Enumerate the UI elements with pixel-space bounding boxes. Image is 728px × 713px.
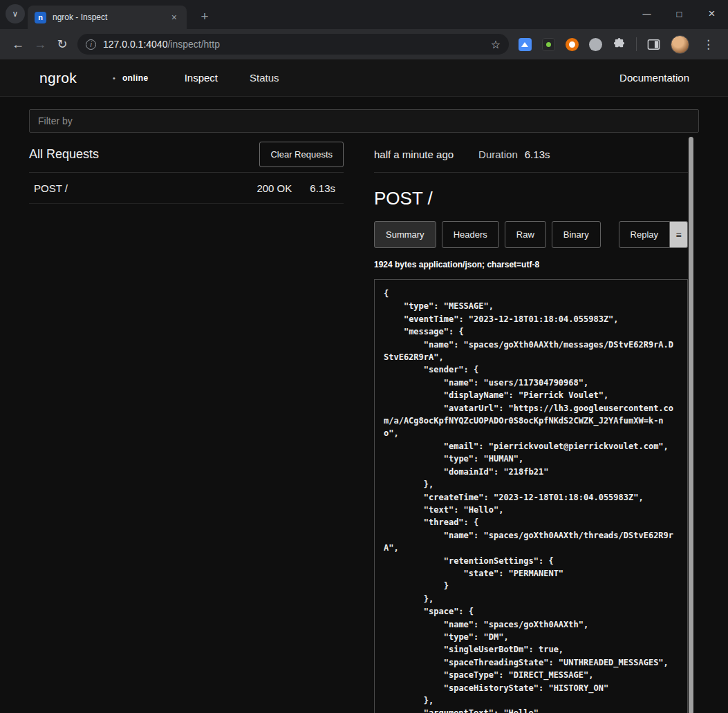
side-panel-icon[interactable] — [647, 38, 660, 51]
url-path: /inspect/http — [167, 39, 220, 50]
tab-strip: ∨ n ngrok - Inspect × + — □ × — [0, 0, 728, 29]
detail-tabs: Summary Headers Raw Binary Replay ≡ — [374, 221, 688, 248]
tab-binary[interactable]: Binary — [552, 221, 601, 248]
extension-icon-orange[interactable] — [566, 38, 579, 51]
reload-icon: ↻ — [57, 37, 67, 52]
address-bar[interactable]: i 127.0.0.1:4040/inspect/http ☆ — [77, 34, 509, 55]
ngrok-header: ngrok • online Inspect Status Documentat… — [0, 59, 728, 97]
toolbar-divider — [636, 37, 637, 51]
forward-icon: → — [34, 37, 46, 52]
status-dot-icon: • — [113, 74, 115, 82]
detail-title: POST / — [374, 188, 699, 209]
window-close-button[interactable]: × — [696, 0, 728, 28]
tab-summary[interactable]: Summary — [374, 221, 436, 248]
extension-icon-blue[interactable] — [519, 38, 532, 51]
forward-button[interactable]: → — [29, 33, 51, 55]
hamburger-icon: ≡ — [675, 229, 681, 240]
tab-headers[interactable]: Headers — [442, 221, 499, 248]
bookmark-star-icon[interactable]: ☆ — [491, 38, 501, 51]
tab-raw[interactable]: Raw — [505, 221, 546, 248]
extension-icon-dark[interactable] — [542, 38, 555, 51]
ngrok-logo[interactable]: ngrok — [39, 70, 77, 86]
request-time-ago: half a minute ago — [374, 149, 454, 160]
request-body-box: { "type": "MESSAGE", "eventTime": "2023-… — [374, 279, 688, 713]
requests-panel: All Requests Clear Requests POST / 200 O… — [29, 137, 344, 713]
inspect-page: All Requests Clear Requests POST / 200 O… — [0, 97, 728, 713]
filter-input[interactable] — [29, 109, 699, 133]
replay-button-group: Replay ≡ — [619, 221, 688, 248]
content-meta: 1924 bytes application/json; charset=utf… — [374, 260, 699, 269]
tab-search-button[interactable]: ∨ — [6, 4, 25, 23]
ngrok-favicon-icon: n — [35, 12, 46, 23]
request-row[interactable]: POST / 200 OK 6.13s — [29, 173, 344, 204]
replay-button[interactable]: Replay — [619, 221, 670, 248]
url-host: 127.0.0.1:4040 — [103, 39, 167, 50]
browser-menu-kebab-icon[interactable]: ⋮ — [700, 37, 717, 52]
extensions-puzzle-icon[interactable] — [613, 38, 626, 51]
window-controls: — □ × — [631, 0, 728, 28]
detail-scrollbar[interactable] — [689, 137, 693, 713]
tab-title: ngrok - Inspect — [53, 12, 169, 22]
url-text: 127.0.0.1:4040/inspect/http — [103, 39, 491, 50]
toolbar-icon-cluster: ⋮ — [514, 35, 721, 54]
clear-requests-button[interactable]: Clear Requests — [259, 142, 344, 167]
site-info-icon[interactable]: i — [86, 39, 96, 50]
all-requests-title: All Requests — [29, 147, 99, 162]
back-button[interactable]: ← — [7, 33, 29, 55]
plus-icon: + — [200, 9, 208, 24]
request-method-path: POST / — [34, 182, 256, 194]
nav-documentation[interactable]: Documentation — [619, 72, 689, 84]
request-body-json: { "type": "MESSAGE", "eventTime": "2023-… — [384, 287, 678, 713]
tab-close-icon[interactable]: × — [169, 10, 180, 24]
reload-button[interactable]: ↻ — [51, 33, 73, 55]
browser-toolbar: ← → ↻ i 127.0.0.1:4040/inspect/http ☆ — [0, 29, 728, 59]
nav-status[interactable]: Status — [250, 72, 279, 84]
duration-value: 6.13s — [525, 149, 550, 160]
extension-icon-gray[interactable] — [589, 38, 602, 51]
maximize-button[interactable]: □ — [663, 0, 696, 28]
maximize-icon: □ — [677, 9, 682, 19]
browser-tab[interactable]: n ngrok - Inspect × — [28, 6, 187, 29]
nav-inspect[interactable]: Inspect — [185, 72, 218, 84]
chevron-down-icon: ∨ — [12, 9, 19, 19]
duration-label: Duration — [478, 149, 518, 160]
browser-window: ∨ n ngrok - Inspect × + — □ × ← → — [0, 0, 728, 713]
profile-avatar[interactable] — [671, 35, 689, 54]
request-duration: 6.13s — [310, 182, 335, 194]
close-icon: × — [709, 7, 716, 21]
request-status: 200 OK — [256, 182, 292, 194]
status-online-label: online — [122, 73, 149, 83]
back-icon: ← — [12, 37, 24, 52]
minimize-icon: — — [643, 9, 651, 19]
minimize-button[interactable]: — — [631, 0, 663, 28]
replay-menu-button[interactable]: ≡ — [670, 221, 688, 248]
new-tab-button[interactable]: + — [195, 7, 214, 26]
detail-panel: half a minute ago Duration 6.13s POST / … — [374, 137, 699, 713]
